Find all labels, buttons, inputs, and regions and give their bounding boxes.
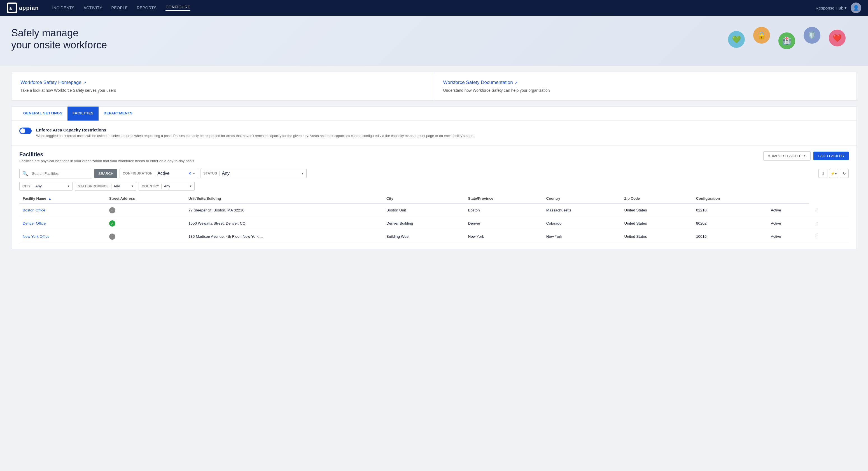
country-filter-caret[interactable]: ▾ [190, 184, 191, 188]
status-filter[interactable]: STATUS Any ▾ [200, 169, 307, 178]
row-menu-cell: ⋮ [809, 204, 849, 217]
facilities-actions: ⬆ IMPORT FACILITIES + ADD FACILITY [763, 151, 849, 161]
col-city: City [383, 194, 465, 204]
toggle-desc-text: When toggled on, internal users will be … [36, 133, 474, 139]
zip-cell: 02210 [693, 204, 768, 217]
toggle-row: Enforce Area Capacity Restrictions When … [11, 121, 857, 146]
add-facility-button[interactable]: + ADD FACILITY [813, 152, 849, 160]
svg-text:a: a [9, 6, 12, 11]
status-icon-check: ✓ [109, 221, 115, 227]
state-cell: Colorado [543, 217, 621, 230]
nav-reports[interactable]: REPORTS [137, 6, 157, 10]
app-logo[interactable]: a appian [7, 2, 39, 13]
facility-name-cell: Denver Office [19, 217, 106, 230]
nav-incidents[interactable]: INCIDENTS [52, 6, 74, 10]
nav-activity[interactable]: ACTIVITY [84, 6, 102, 10]
facility-name-link[interactable]: Denver Office [23, 221, 45, 226]
sort-icon-name: ▲ [48, 197, 51, 200]
nav-configure[interactable]: CONFIGURE [165, 5, 190, 11]
configuration-filter[interactable]: CONFIGURATION Active ✕ ▾ [120, 169, 198, 178]
config-filter-caret[interactable]: ▾ [193, 172, 195, 175]
navigation: a appian INCIDENTS ACTIVITY PEOPLE REPOR… [0, 0, 868, 16]
state-filter-caret[interactable]: ▾ [132, 184, 133, 188]
refresh-button[interactable]: ↻ [840, 169, 849, 178]
status-icon-minus: – [109, 207, 115, 213]
config-cell: Active [768, 204, 809, 217]
nav-right: Response Hub ▾ 👤 [816, 2, 861, 13]
city-cell: Denver [465, 217, 543, 230]
state-filter[interactable]: STATE/PROVINCE Any ▾ [75, 182, 136, 191]
hero-icon-shield: 🛡️ [804, 27, 820, 44]
table-row: Boston Office – 77 Sleeper St, Boston, M… [19, 204, 849, 217]
address-cell: 77 Sleeper St, Boston, MA 02210 [185, 204, 383, 217]
logo-icon: a [7, 2, 18, 13]
hero-section: Safely manage your onsite workforce 💚 🔒 … [0, 16, 868, 66]
city-filter-value: Any [35, 184, 41, 188]
filters-row-2: CITY Any ▾ STATE/PROVINCE Any ▾ COUNTRY … [11, 181, 857, 194]
external-link-icon-2: ↗ [515, 80, 518, 85]
row-menu-button[interactable]: ⋮ [812, 220, 822, 227]
search-icon: 🔍 [20, 169, 31, 178]
table-body: Boston Office – 77 Sleeper St, Boston, M… [19, 204, 849, 243]
capacity-toggle[interactable] [19, 128, 32, 134]
city-filter[interactable]: CITY Any ▾ [19, 182, 72, 191]
facilities-table: Facility Name ▲ Street Address Unit/Suit… [19, 194, 849, 243]
status-cell: – [106, 230, 185, 243]
search-input[interactable] [31, 169, 92, 178]
country-filter[interactable]: COUNTRY Any ▾ [138, 182, 195, 191]
unit-cell: Boston Unit [383, 204, 465, 217]
col-facility-name[interactable]: Facility Name ▲ [19, 194, 106, 204]
unit-cell: Building West [383, 230, 465, 243]
response-hub-dropdown[interactable]: Response Hub ▾ [816, 5, 847, 10]
download-button[interactable]: ⬇ [818, 169, 828, 178]
state-filter-value: Any [114, 184, 120, 188]
status-cell: – [106, 204, 185, 217]
col-state: State/Province [465, 194, 543, 204]
hero-icon-pulse: 💚 [728, 31, 745, 48]
facility-name-link[interactable]: Boston Office [23, 208, 45, 212]
user-avatar[interactable]: 👤 [850, 2, 861, 13]
config-filter-value: Active [157, 171, 170, 176]
row-menu-cell: ⋮ [809, 217, 849, 230]
tab-departments[interactable]: DEPARTMENTS [99, 107, 137, 121]
address-cell: 135 Madison Avenue, 4th Floor, New York,… [185, 230, 383, 243]
search-box: 🔍 [19, 169, 92, 178]
facility-name-cell: New York Office [19, 230, 106, 243]
nav-people[interactable]: PEOPLE [111, 6, 128, 10]
documentation-link[interactable]: Workforce Safety Documentation ↗ [443, 80, 848, 85]
status-filter-label: STATUS [203, 171, 217, 175]
table-row: Denver Office ✓ 1550 Wewatta Street, Den… [19, 217, 849, 230]
row-menu-cell: ⋮ [809, 230, 849, 243]
status-filter-caret[interactable]: ▾ [302, 172, 304, 175]
table-header: Facility Name ▲ Street Address Unit/Suit… [19, 194, 849, 204]
homepage-desc: Take a look at how Workforce Safety serv… [21, 88, 425, 93]
facilities-title-area: Facilities Facilities are physical locat… [19, 151, 763, 163]
tab-general-settings[interactable]: GENERAL SETTINGS [18, 107, 67, 121]
country-cell: United States [621, 204, 693, 217]
import-facilities-button[interactable]: ⬆ IMPORT FACILITIES [763, 151, 811, 161]
row-menu-button[interactable]: ⋮ [812, 206, 822, 214]
filter-actions: ⬇ ⚡▾ ↻ [818, 169, 849, 178]
search-button[interactable]: SEARCH [94, 169, 117, 178]
city-cell: New York [465, 230, 543, 243]
facilities-desc: Facilities are physical locations in you… [19, 159, 763, 163]
card-documentation: Workforce Safety Documentation ↗ Underst… [434, 72, 857, 100]
city-filter-caret[interactable]: ▾ [68, 184, 69, 188]
documentation-desc: Understand how Workforce Safety can help… [443, 88, 848, 93]
status-icon-minus-2: – [109, 234, 115, 240]
config-filter-clear[interactable]: ✕ [188, 171, 191, 176]
col-actions [768, 194, 809, 204]
row-menu-button[interactable]: ⋮ [812, 233, 822, 240]
zip-cell: 80202 [693, 217, 768, 230]
hero-icon-heart: ❤️ [829, 30, 846, 46]
filters-row-1: 🔍 SEARCH CONFIGURATION Active ✕ ▾ STATUS… [11, 166, 857, 181]
col-zip: Zip Code [621, 194, 693, 204]
col-config: Configuration [693, 194, 768, 204]
zip-cell: 10016 [693, 230, 768, 243]
homepage-link[interactable]: Workforce Safety Homepage ↗ [21, 80, 425, 85]
tab-facilities[interactable]: FACILITIES [67, 107, 99, 121]
facility-name-link[interactable]: New York Office [23, 234, 50, 239]
filter-button[interactable]: ⚡▾ [829, 169, 838, 178]
country-filter-value: Any [164, 184, 170, 188]
toggle-description: Enforce Area Capacity Restrictions When … [36, 128, 474, 139]
